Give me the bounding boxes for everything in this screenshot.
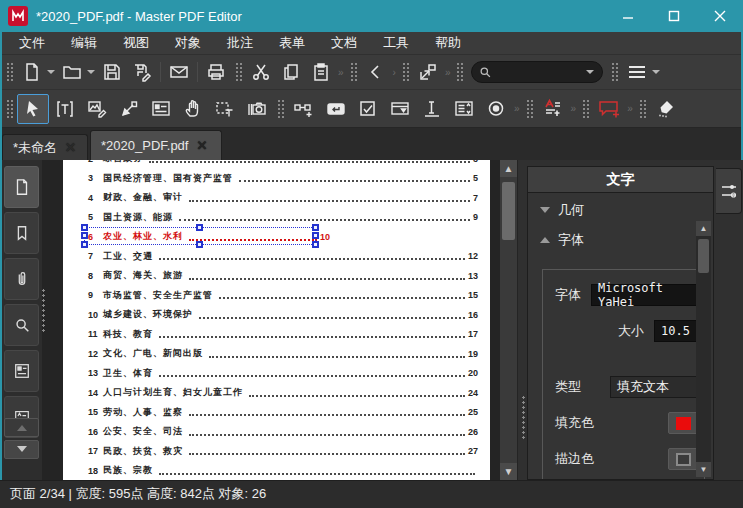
selection-handle[interactable] (81, 241, 88, 248)
toc-row[interactable]: 9市场监管、安全生产监管15 (63, 286, 490, 306)
menu-file[interactable]: 文件 (6, 32, 58, 54)
button-field-button[interactable] (320, 94, 352, 124)
sticky-note-button[interactable] (593, 94, 625, 124)
new-document-dropdown-icon[interactable] (47, 70, 55, 78)
fill-color-button[interactable] (668, 412, 698, 434)
search-input[interactable] (492, 65, 586, 79)
toc-row[interactable]: 17民政、扶贫、救灾27 (63, 442, 490, 462)
selection-handle[interactable] (81, 224, 88, 231)
toc-row[interactable]: 14人口与计划生育、妇女儿童工作24 (63, 383, 490, 403)
toolbar-grip[interactable] (639, 98, 646, 120)
document-view[interactable]: 2综合政务33国民经济管理、国有资产监管54财政、金融、审计75国土资源、能源9… (46, 160, 518, 480)
font-name-input[interactable]: Microsoft YaHei (591, 284, 698, 306)
attachments-button[interactable] (4, 258, 39, 300)
edit-image-tool-button[interactable] (81, 94, 113, 124)
document-scrollbar[interactable]: ▲ ▼ (500, 160, 517, 480)
toc-row-selected[interactable]: 6农业、林业、水利10 (63, 227, 490, 247)
toc-row[interactable]: 10城乡建设、环境保护16 (63, 305, 490, 325)
new-document-button[interactable] (17, 59, 47, 85)
fit-window-button[interactable] (413, 59, 443, 85)
menu-view[interactable]: 视图 (110, 32, 162, 54)
toc-row[interactable]: 13卫生、体育20 (63, 364, 490, 384)
toc-row[interactable]: 16公安、安全、司法26 (63, 422, 490, 442)
tab-close-icon[interactable]: ✕ (65, 140, 76, 155)
paste-button[interactable] (306, 59, 336, 85)
text-annotation-button[interactable] (537, 94, 569, 124)
save-button[interactable] (97, 59, 127, 85)
selection-handle[interactable] (312, 241, 319, 248)
main-menu-button[interactable] (622, 59, 652, 85)
combobox-field-button[interactable] (384, 94, 416, 124)
toolbar-grip[interactable] (235, 61, 242, 83)
toolbar-grip[interactable] (402, 61, 409, 83)
toc-row[interactable]: 8商贸、海关、旅游13 (63, 266, 490, 286)
toolbar-grip[interactable] (526, 98, 533, 120)
font-size-input[interactable]: 10.5 (654, 320, 698, 342)
toc-row[interactable]: 11科技、教育17 (63, 325, 490, 345)
checkbox-field-button[interactable] (352, 94, 384, 124)
toc-row[interactable]: 4财政、金融、审计7 (63, 188, 490, 208)
save-as-button[interactable] (127, 59, 157, 85)
menu-annotation[interactable]: 批注 (214, 32, 266, 54)
snapshot-tool-button[interactable] (241, 94, 273, 124)
toolbar-grip[interactable] (456, 61, 463, 83)
tab-close-icon[interactable]: ✕ (196, 138, 207, 153)
pdf-page[interactable]: 2综合政务33国民经济管理、国有资产监管54财政、金融、审计75国土资源、能源9… (63, 160, 490, 480)
selection-box[interactable] (84, 227, 316, 245)
main-menu-dropdown-icon[interactable] (652, 70, 660, 78)
panel-scrollbar-thumb[interactable] (698, 239, 709, 273)
scroll-up-button[interactable]: ▲ (500, 160, 517, 177)
edit-form-tool-button[interactable] (145, 94, 177, 124)
selection-handle[interactable] (312, 232, 319, 239)
tab-untitled[interactable]: *未命名 ✕ (2, 134, 88, 160)
radio-field-button[interactable] (480, 94, 512, 124)
toolbar-grip[interactable] (582, 98, 589, 120)
close-button[interactable] (697, 0, 743, 32)
toc-row[interactable]: 7工业、交通12 (63, 247, 490, 267)
print-button[interactable] (201, 59, 231, 85)
cut-button[interactable] (246, 59, 276, 85)
panel-scroll-down-button[interactable]: ▼ (696, 462, 711, 477)
email-button[interactable] (164, 59, 194, 85)
menu-document[interactable]: 文档 (318, 32, 370, 54)
toc-row[interactable]: 18民族、宗教 (63, 461, 490, 480)
section-geometry[interactable]: 几何 (528, 193, 713, 223)
menu-edit[interactable]: 编辑 (58, 32, 110, 54)
selection-handle[interactable] (196, 224, 203, 231)
panel-scroll-up-button[interactable]: ▲ (696, 221, 711, 236)
select-area-tool-button[interactable] (209, 94, 241, 124)
toc-row[interactable]: 2综合政务3 (63, 160, 490, 169)
toc-row[interactable]: 12文化、广电、新闻出版19 (63, 344, 490, 364)
menu-object[interactable]: 对象 (162, 32, 214, 54)
toc-row[interactable]: 5国土资源、能源9 (63, 208, 490, 228)
toolbar-grip[interactable] (611, 61, 618, 83)
scroll-down-button[interactable]: ▼ (500, 463, 517, 480)
toolbar-grip[interactable] (6, 61, 13, 83)
section-font[interactable]: 字体 (528, 223, 713, 253)
panel-splitter[interactable] (521, 395, 526, 439)
text-field-button[interactable] (416, 94, 448, 124)
search-panel-button[interactable] (4, 304, 39, 346)
edit-path-tool-button[interactable] (113, 94, 145, 124)
copy-button[interactable] (276, 59, 306, 85)
toc-row[interactable]: 15劳动、人事、监察25 (63, 403, 490, 423)
selection-handle[interactable] (196, 241, 203, 248)
open-file-button[interactable] (57, 59, 87, 85)
page-thumbnails-button[interactable] (4, 166, 39, 208)
minimize-button[interactable] (605, 0, 651, 32)
scrollbar-thumb[interactable] (502, 182, 515, 240)
search-box[interactable] (471, 61, 603, 83)
menu-help[interactable]: 帮助 (422, 32, 474, 54)
maximize-button[interactable] (651, 0, 697, 32)
menu-form[interactable]: 表单 (266, 32, 318, 54)
text-type-select[interactable]: 填充文本 (610, 376, 698, 398)
menu-tools[interactable]: 工具 (370, 32, 422, 54)
select-tool-button[interactable] (17, 94, 49, 124)
panel-scrollbar[interactable]: ▲ ▼ (696, 221, 711, 477)
open-file-dropdown-icon[interactable] (87, 70, 95, 78)
listbox-field-button[interactable] (448, 94, 480, 124)
edit-text-tool-button[interactable] (49, 94, 81, 124)
back-button[interactable] (361, 59, 391, 85)
hand-tool-button[interactable] (177, 94, 209, 124)
search-dropdown-icon[interactable] (586, 70, 594, 78)
